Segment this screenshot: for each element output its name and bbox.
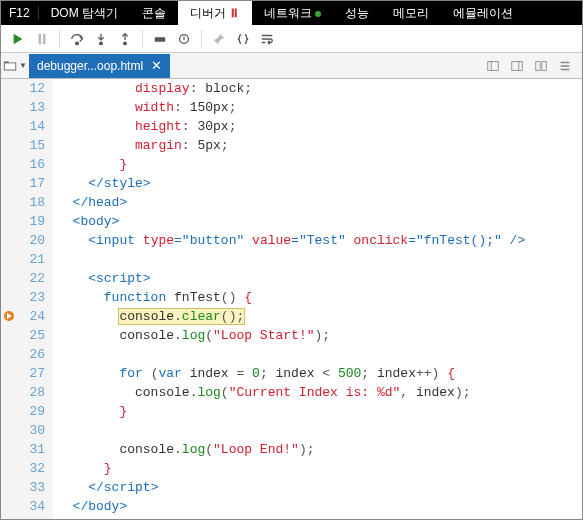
line-number: 31 [19, 440, 45, 459]
pause-button[interactable] [31, 28, 53, 50]
line-number-gutter: 1213141516171819202122232425262728293031… [19, 79, 53, 520]
code-line[interactable]: console.log("Current Index is: %d", inde… [57, 383, 582, 402]
panel-tab[interactable]: 디버거⏸ [178, 1, 252, 25]
svg-point-0 [76, 42, 79, 45]
svg-point-2 [124, 42, 127, 45]
line-number: 24 [19, 307, 45, 326]
panel-tab[interactable]: 메모리 [381, 1, 441, 25]
code-line[interactable]: function fnTest() { [57, 288, 582, 307]
execution-highlight: console.clear(); [119, 309, 244, 324]
code-editor[interactable]: 1213141516171819202122232425262728293031… [1, 79, 582, 520]
panel-tab[interactable]: 에뮬레이션 [441, 1, 525, 25]
line-number: 29 [19, 402, 45, 421]
code-line[interactable]: </script> [57, 478, 582, 497]
code-line[interactable]: for (var index = 0; index < 500; index++… [57, 364, 582, 383]
line-number: 13 [19, 98, 45, 117]
panel-tab[interactable]: 성능 [333, 1, 381, 25]
panel-tab[interactable]: 콘솔 [130, 1, 178, 25]
exception-behavior-button[interactable] [173, 28, 195, 50]
toggle-sidebar-2-button[interactable] [506, 55, 528, 77]
panel-tabs: DOM 탐색기콘솔디버거⏸네트워크성능메모리에뮬레이션 [39, 1, 582, 25]
code-line[interactable]: } [57, 155, 582, 174]
pin-button[interactable] [208, 28, 230, 50]
line-number: 19 [19, 212, 45, 231]
code-line[interactable] [57, 421, 582, 440]
toggle-sidebar-1-button[interactable] [482, 55, 504, 77]
svg-rect-5 [488, 61, 499, 70]
line-number: 23 [19, 288, 45, 307]
break-new-worker-button[interactable] [149, 28, 171, 50]
panel-tab[interactable]: 네트워크 [252, 1, 333, 25]
code-line[interactable]: <input type="button" value="Test" onclic… [57, 231, 582, 250]
svg-rect-8 [542, 61, 546, 70]
svg-point-1 [100, 42, 103, 45]
code-line[interactable]: </html> [57, 516, 582, 520]
line-number: 30 [19, 421, 45, 440]
paused-icon: ⏸ [228, 6, 240, 20]
line-number: 32 [19, 459, 45, 478]
code-line[interactable]: margin: 5px; [57, 136, 582, 155]
breakpoint-icon[interactable] [2, 309, 16, 323]
recording-icon [315, 11, 321, 17]
svg-rect-7 [536, 61, 540, 70]
code-line[interactable]: </head> [57, 193, 582, 212]
step-over-button[interactable] [66, 28, 88, 50]
code-line[interactable]: </style> [57, 174, 582, 193]
devtools-topbar: F12 DOM 탐색기콘솔디버거⏸네트워크성능메모리에뮬레이션 [1, 1, 582, 25]
line-number: 14 [19, 117, 45, 136]
line-number: 33 [19, 478, 45, 497]
line-number: 12 [19, 79, 45, 98]
code-line[interactable]: console.log("Loop Start!"); [57, 326, 582, 345]
code-line[interactable] [57, 250, 582, 269]
close-tab-icon[interactable]: ✕ [151, 58, 162, 73]
line-number: 28 [19, 383, 45, 402]
line-number: 35 [19, 516, 45, 520]
line-number: 27 [19, 364, 45, 383]
line-number: 18 [19, 193, 45, 212]
code-line[interactable]: console.log("Loop End!"); [57, 440, 582, 459]
svg-rect-6 [512, 61, 523, 70]
code-line[interactable]: display: block; [57, 79, 582, 98]
list-button[interactable] [554, 55, 576, 77]
panel-tab[interactable]: DOM 탐색기 [39, 1, 130, 25]
code-line[interactable]: width: 150px; [57, 98, 582, 117]
code-line[interactable]: height: 30px; [57, 117, 582, 136]
word-wrap-button[interactable] [256, 28, 278, 50]
open-file-button[interactable]: ▼ [3, 54, 27, 78]
file-tab[interactable]: debugger...oop.html ✕ [29, 54, 170, 78]
svg-rect-3 [155, 37, 166, 41]
f12-label: F12 [1, 6, 39, 20]
code-line[interactable]: <script> [57, 269, 582, 288]
file-tab-label: debugger...oop.html [37, 59, 143, 73]
line-number: 21 [19, 250, 45, 269]
line-number: 34 [19, 497, 45, 516]
code-line[interactable]: } [57, 402, 582, 421]
line-number: 22 [19, 269, 45, 288]
pretty-print-button[interactable] [232, 28, 254, 50]
code-line[interactable]: </body> [57, 497, 582, 516]
code-line[interactable]: } [57, 459, 582, 478]
step-into-button[interactable] [90, 28, 112, 50]
line-number: 15 [19, 136, 45, 155]
code-line[interactable]: <body> [57, 212, 582, 231]
debugger-toolbar [1, 25, 582, 53]
line-number: 25 [19, 326, 45, 345]
step-out-button[interactable] [114, 28, 136, 50]
compare-button[interactable] [530, 55, 552, 77]
code-area[interactable]: display: block; width: 150px; height: 30… [53, 79, 582, 520]
breakpoint-gutter[interactable] [1, 79, 19, 520]
line-number: 20 [19, 231, 45, 250]
line-number: 26 [19, 345, 45, 364]
continue-button[interactable] [7, 28, 29, 50]
code-line[interactable]: console.clear(); [57, 307, 582, 326]
line-number: 17 [19, 174, 45, 193]
file-tabbar: ▼ debugger...oop.html ✕ [1, 53, 582, 79]
line-number: 16 [19, 155, 45, 174]
code-line[interactable] [57, 345, 582, 364]
